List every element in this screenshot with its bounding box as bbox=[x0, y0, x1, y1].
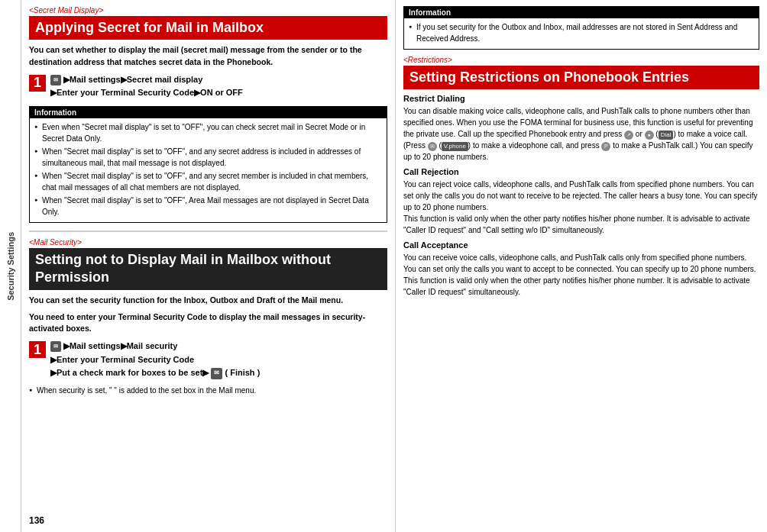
info-bullet-3: When "Secret mail display" is set to "OF… bbox=[34, 170, 382, 193]
call-rejection-body: You can reject voice calls, videophone c… bbox=[403, 179, 759, 236]
section2-bullets: When security is set, " " is added to th… bbox=[29, 385, 387, 396]
restrict-dialing: Restrict Dialing You can disable making … bbox=[403, 94, 759, 163]
restrict-dialing-body: You can disable making voice calls, vide… bbox=[403, 105, 759, 163]
video-icon: ✉ bbox=[428, 142, 437, 151]
section2-desc2: You need to enter your Terminal Security… bbox=[29, 311, 387, 336]
section1-step-content: ✉ ▶Mail settings▶Secret mail display ▶En… bbox=[50, 73, 243, 100]
section1-tag: <Secret Mail Display> bbox=[29, 6, 387, 15]
info-bullet-1: Even when "Secret mail display" is set t… bbox=[34, 121, 382, 144]
section2-step-number: 1 bbox=[29, 341, 46, 358]
right-info-bullets: If you set security for the Outbox and I… bbox=[409, 21, 754, 44]
page-container: Security Settings <Secret Mail Display> … bbox=[0, 0, 767, 532]
right-panel: Information If you set security for the … bbox=[396, 0, 767, 532]
section1-step: 1 ✉ ▶Mail settings▶Secret mail display ▶… bbox=[29, 73, 387, 100]
section2-step-content: ✉ ▶Mail settings▶Mail security ▶Enter yo… bbox=[50, 340, 260, 380]
section1-info-box: Information Even when "Secret mail displ… bbox=[29, 106, 387, 223]
page-number: 136 bbox=[29, 515, 44, 526]
section-mail-security: <Mail Security> Setting not to Display M… bbox=[29, 238, 387, 396]
left-panel: <Secret Mail Display> Applying Secret fo… bbox=[21, 0, 396, 532]
restrictions-title: Setting Restrictions on Phonebook Entrie… bbox=[403, 66, 759, 89]
section1-step-icon: ✉ bbox=[50, 75, 61, 85]
section1-title: Applying Secret for Mail in Mailbox bbox=[29, 16, 387, 40]
section-secret-mail: <Secret Mail Display> Applying Secret fo… bbox=[29, 6, 387, 223]
call-acceptance-heading: Call Acceptance bbox=[403, 240, 759, 250]
call-rejection: Call Rejection You can reject voice call… bbox=[403, 167, 759, 236]
right-info-header: Information bbox=[404, 7, 759, 18]
call-acceptance: Call Acceptance You can receive voice ca… bbox=[403, 240, 759, 298]
section2-tag: <Mail Security> bbox=[29, 238, 387, 247]
sidebar: Security Settings bbox=[0, 0, 21, 532]
info-bullet-4: When "Secret mail display" is set to "OF… bbox=[34, 195, 382, 218]
video-tag: V.phone bbox=[442, 142, 468, 151]
right-info-box: Information If you set security for the … bbox=[403, 6, 759, 50]
restrict-dialing-heading: Restrict Dialing bbox=[403, 94, 759, 103]
section1-step-number: 1 bbox=[29, 75, 46, 92]
content-area: <Secret Mail Display> Applying Secret fo… bbox=[21, 0, 767, 532]
call-rejection-heading: Call Rejection bbox=[403, 167, 759, 176]
dial-icon1: ↗ bbox=[624, 131, 633, 140]
section1-step-line1: ▶Mail settings▶Secret mail display bbox=[63, 75, 202, 84]
push-icon: P bbox=[601, 142, 610, 151]
dial-icon2: ● bbox=[645, 131, 654, 140]
sidebar-label: Security Settings bbox=[6, 232, 15, 301]
section1-info-header: Information bbox=[30, 107, 387, 118]
section2-step-line3: ▶Put a check mark for boxes to be set▶ bbox=[50, 368, 209, 377]
section2-desc1: You can set the security function for th… bbox=[29, 295, 387, 307]
info-bullet-2: When "Secret mail display" is set to "OF… bbox=[34, 146, 382, 169]
restrictions-tag: <Restrictions> bbox=[403, 56, 759, 64]
section1-desc: You can set whether to display the mail … bbox=[29, 44, 387, 69]
section2-step-line1: ▶Mail settings▶Mail security bbox=[63, 341, 177, 350]
section-divider bbox=[29, 231, 387, 232]
section2-step: 1 ✉ ▶Mail settings▶Mail security ▶Enter … bbox=[29, 340, 387, 380]
section2-finish-label: ( Finish ) bbox=[225, 368, 260, 377]
call-acceptance-body: You can receive voice calls, videophone … bbox=[403, 252, 759, 298]
section-restrictions: <Restrictions> Setting Restrictions on P… bbox=[403, 56, 759, 298]
right-info-bullet: If you set security for the Outbox and I… bbox=[409, 21, 754, 44]
section1-info-bullets: Even when "Secret mail display" is set t… bbox=[34, 121, 382, 218]
section2-finish-icon: ✉ bbox=[211, 368, 222, 379]
section2-title: Setting not to Display Mail in Mailbox w… bbox=[29, 248, 387, 290]
dial-tag: Dial bbox=[659, 131, 674, 140]
section2-step-icon: ✉ bbox=[50, 341, 61, 352]
section2-step-line2: ▶Enter your Terminal Security Code bbox=[50, 355, 194, 364]
section1-step-line2: ▶Enter your Terminal Security Code▶ON or… bbox=[50, 88, 243, 97]
section2-bullet-1: When security is set, " " is added to th… bbox=[29, 385, 387, 396]
